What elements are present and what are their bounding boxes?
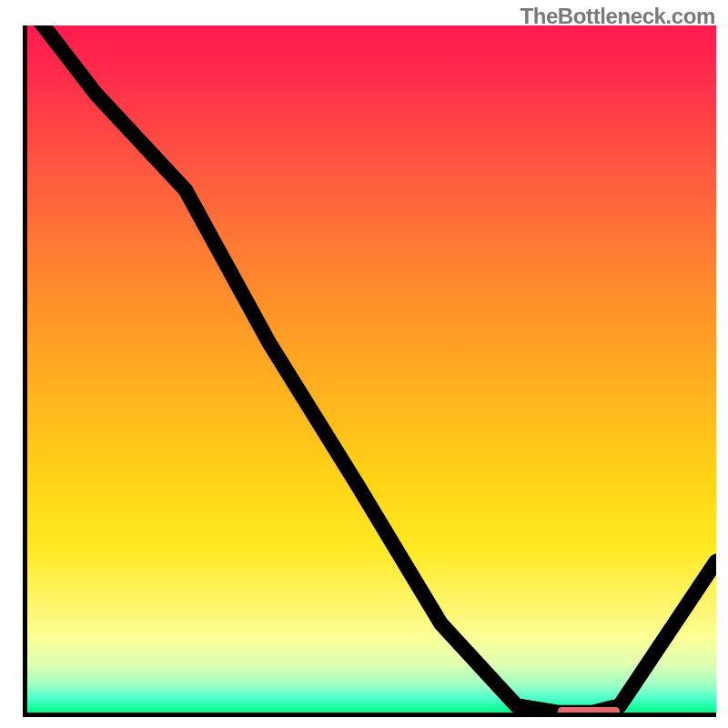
bottleneck-curve [27, 25, 716, 713]
chart-container: TheBottleneck.com [0, 0, 728, 728]
chart-svg [27, 25, 716, 713]
plot-area [27, 25, 716, 713]
optimal-range-marker [558, 707, 620, 713]
